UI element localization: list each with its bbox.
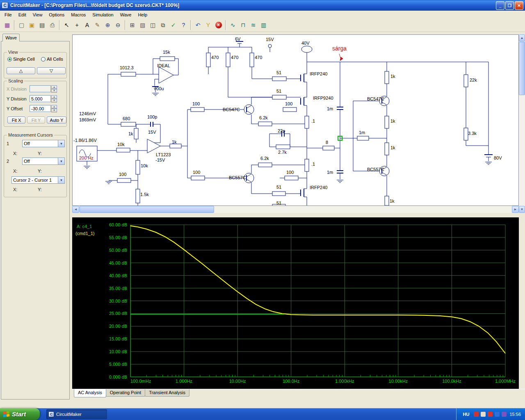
probe-icon[interactable]: Y — [203, 20, 213, 30]
schematic-label: 100 — [286, 170, 294, 175]
logic-analyzer-icon[interactable]: ⊓ — [238, 20, 248, 30]
help-icon[interactable]: ? — [178, 20, 189, 30]
taskbar-clock[interactable]: 15:56 — [509, 412, 521, 417]
browse-components-icon[interactable]: ▦ — [2, 20, 12, 30]
toolbar-separator — [190, 20, 191, 30]
check-wiring-icon[interactable]: ✓ — [168, 20, 178, 30]
fit-x-button[interactable]: Fit X — [7, 116, 25, 123]
chevron-down-icon[interactable]: ▼ — [58, 158, 64, 164]
single-cell-radio-circle[interactable] — [7, 57, 12, 62]
print-icon[interactable]: ⎙ — [47, 20, 57, 30]
schematic-label: 51 — [276, 185, 281, 189]
schematic-hscrollbar[interactable]: ◄ ► — [72, 206, 519, 213]
scope-instrument-icon[interactable]: ∿ — [228, 20, 238, 30]
tab-operating-point[interactable]: Operating Point — [106, 389, 145, 397]
x-division-input[interactable] — [30, 85, 51, 92]
cursor1-select[interactable]: Off ▼ — [22, 140, 65, 147]
schematic-sources[interactable] — [77, 41, 493, 161]
vscroll-thumb[interactable] — [519, 42, 525, 95]
scroll-right-icon[interactable]: ► — [512, 206, 519, 213]
hscroll-thumb[interactable] — [80, 206, 214, 213]
data-sequencer-icon[interactable]: ▥ — [258, 20, 269, 30]
minimize-button[interactable]: _ — [496, 1, 504, 10]
copy-icon[interactable]: ▧ — [137, 20, 148, 30]
open-file-icon[interactable]: ▣ — [27, 20, 37, 30]
reset-simulation-icon[interactable]: ↶ — [193, 20, 203, 30]
tray-icon-1[interactable] — [474, 412, 479, 417]
toolbar-separator — [225, 20, 226, 30]
new-file-icon[interactable]: ▢ — [16, 20, 27, 30]
menu-view[interactable]: View — [30, 11, 46, 18]
schematic-vscrollbar[interactable]: ▲ ▼ — [519, 34, 525, 213]
schematic-label: BC557C — [367, 167, 384, 172]
tray-icon-3[interactable] — [488, 412, 493, 417]
menu-simulation[interactable]: Simulation — [89, 11, 116, 18]
y-tick-label: 55.00 dB — [109, 235, 127, 240]
schematic-label: .1 — [311, 119, 315, 123]
cursor1-value: Off — [23, 141, 58, 146]
schematic-label: BC547C — [367, 96, 384, 101]
single-cell-radio[interactable]: Single Cell — [7, 57, 35, 62]
cursor-diff-select[interactable]: Cursor 2 - Cursor 1 ▼ — [11, 176, 65, 184]
rotate-icon[interactable]: ⧉ — [158, 20, 168, 30]
trace-b-label: (cmd1_1) — [75, 231, 94, 236]
y-tick-label: 50.00 dB — [109, 248, 127, 253]
wave-panel-tab[interactable]: Wave — [2, 34, 20, 41]
all-cells-radio[interactable]: All Cells — [41, 57, 63, 62]
find-component-icon[interactable]: ⊞ — [127, 20, 137, 30]
zoom-out-icon[interactable]: ⊖ — [113, 20, 123, 30]
tile-windows-icon[interactable]: ◫ — [148, 20, 158, 30]
x-division-spinner[interactable]: ▲▼ — [51, 85, 57, 92]
taskbar-task-circuitmaker[interactable]: C CircuitMaker — [46, 409, 107, 419]
fit-y-button[interactable]: Fit Y — [27, 116, 45, 123]
cell-down-button[interactable]: ▽ — [37, 67, 66, 74]
menu-options[interactable]: Options — [46, 11, 68, 18]
y-offset-input[interactable] — [30, 105, 51, 112]
auto-y-button[interactable]: Auto Y — [47, 116, 66, 123]
scroll-left-icon[interactable]: ◄ — [72, 206, 79, 213]
wire-tool-icon[interactable]: + — [72, 20, 82, 30]
tray-icon-4[interactable] — [495, 412, 500, 417]
arrow-tool-icon[interactable]: ↖ — [62, 20, 72, 30]
schematic-label: 22p — [278, 128, 285, 133]
tray-icon-2[interactable] — [481, 412, 486, 417]
text-tool-icon[interactable]: A — [82, 20, 92, 30]
menu-help[interactable]: Help — [135, 11, 151, 18]
maximize-button[interactable]: ❐ — [505, 1, 514, 10]
cursor2-value: Off — [23, 159, 58, 164]
schematic-label: 470 — [231, 55, 238, 60]
menu-file[interactable]: File — [1, 11, 15, 18]
y-tick-label: 15.00 dB — [109, 336, 127, 341]
signal-generator-icon[interactable]: ≋ — [248, 20, 258, 30]
start-button[interactable]: Start — [0, 408, 40, 420]
schematic-transistors[interactable] — [244, 74, 389, 197]
y-tick-label: 0.000 dB — [109, 374, 127, 379]
tab-ac-analysis[interactable]: AC Analysis — [74, 389, 106, 397]
cell-up-button[interactable]: △ — [7, 67, 35, 74]
y-offset-spinner[interactable]: ▲▼ — [51, 105, 57, 112]
tray-icon-5[interactable] — [502, 412, 507, 417]
menu-macros[interactable]: Macros — [68, 11, 89, 18]
scroll-up-icon[interactable]: ▲ — [519, 34, 525, 41]
cursor2-select[interactable]: Off ▼ — [22, 158, 65, 165]
delete-tool-icon[interactable]: ✎ — [92, 20, 103, 30]
y-division-input[interactable] — [30, 95, 51, 102]
language-indicator[interactable]: HU — [461, 411, 471, 417]
stop-simulation-icon[interactable]: ✕ — [213, 20, 224, 30]
schematic-canvas[interactable]: 6V15V40Vsárga15k4704704701012.3IDEAL51IR… — [72, 34, 519, 206]
menu-wave[interactable]: Wave — [117, 11, 135, 18]
menu-edit[interactable]: Edit — [15, 11, 30, 18]
cursor2-x-label: X: — [13, 169, 17, 173]
tab-transient-analysis[interactable]: Transient Analysis — [145, 389, 189, 397]
waveform-viewer[interactable]: 60.00 dB55.00 dB50.00 dB45.00 dB40.00 dB… — [72, 217, 519, 389]
y-division-spinner[interactable]: ▲▼ — [51, 95, 57, 102]
save-file-icon[interactable]: ▤ — [37, 20, 47, 30]
chevron-down-icon[interactable]: ▼ — [58, 140, 64, 147]
all-cells-radio-circle[interactable] — [41, 57, 46, 62]
app-icon: C — [2, 2, 8, 9]
scroll-down-icon[interactable]: ▼ — [519, 206, 525, 213]
schematic-label: 100 — [193, 170, 200, 175]
zoom-in-icon[interactable]: ⊕ — [103, 20, 113, 30]
close-button[interactable]: ✕ — [515, 1, 523, 10]
chevron-down-icon[interactable]: ▼ — [58, 177, 64, 183]
